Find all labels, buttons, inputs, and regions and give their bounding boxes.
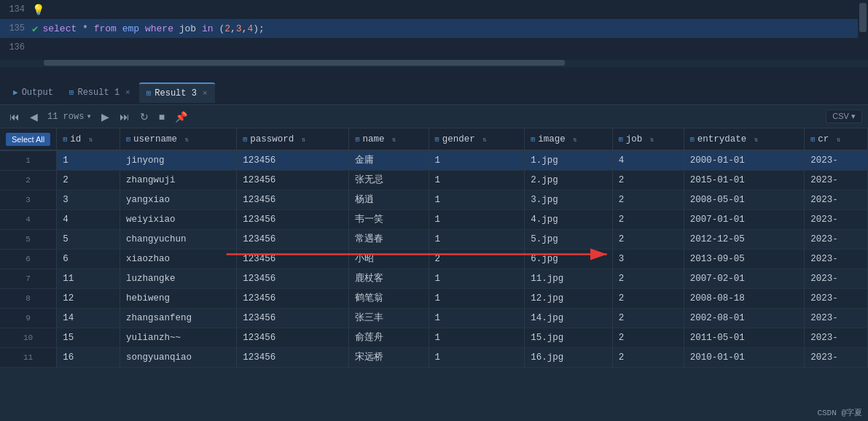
stop-button[interactable]: ■ bbox=[155, 109, 168, 124]
entrydate-cell: 2000-01-01 bbox=[684, 150, 804, 170]
col-header-image[interactable]: ⊞image ⇅ bbox=[525, 128, 612, 150]
col-gender-icon: ⊞ bbox=[435, 136, 439, 144]
table-row[interactable]: 9 14 zhangsanfeng 123456 张三丰 1 14.jpg 2 … bbox=[0, 308, 868, 328]
name-cell: 鹤笔翁 bbox=[349, 288, 429, 308]
row-num-cell: 9 bbox=[0, 308, 57, 328]
sort-job-icon: ⇅ bbox=[650, 136, 654, 144]
id-cell: 4 bbox=[57, 209, 120, 229]
tab-result1-close[interactable]: × bbox=[125, 88, 130, 97]
gender-cell: 1 bbox=[429, 170, 525, 190]
table-row[interactable]: 2 2 zhangwuji 123456 张无忌 1 2.jpg 2 2015-… bbox=[0, 170, 868, 190]
gender-cell: 1 bbox=[429, 190, 525, 209]
col-header-username[interactable]: ⊞username ⇅ bbox=[120, 128, 237, 150]
cr-cell: 2023- bbox=[805, 229, 868, 249]
name-cell: 杨逍 bbox=[349, 190, 429, 209]
prev-page-button[interactable]: ◀ bbox=[26, 109, 42, 124]
col-header-entrydate[interactable]: ⊞entrydate ⇅ bbox=[684, 128, 804, 150]
image-cell: 15.jpg bbox=[525, 328, 612, 347]
v-scroll-thumb bbox=[859, 3, 867, 32]
job-cell: 2 bbox=[612, 347, 684, 367]
refresh-button[interactable]: ↻ bbox=[136, 109, 152, 124]
image-cell: 16.jpg bbox=[525, 347, 612, 367]
vertical-scrollbar[interactable] bbox=[858, 0, 868, 58]
id-cell: 12 bbox=[57, 288, 120, 308]
sort-username-icon: ⇅ bbox=[185, 136, 189, 144]
select-all-header[interactable]: Select All bbox=[0, 128, 57, 150]
row-num-cell: 4 bbox=[0, 209, 57, 229]
job-cell: 2 bbox=[612, 170, 684, 190]
row-count-display: 11 rows ▾ bbox=[47, 111, 92, 122]
row-num-cell: 1 bbox=[0, 150, 57, 170]
username-cell: songyuanqiao bbox=[120, 347, 237, 367]
last-page-button[interactable]: ⏭ bbox=[116, 109, 133, 124]
select-all-button[interactable]: Select All bbox=[6, 133, 50, 146]
entrydate-cell: 2008-05-01 bbox=[684, 190, 804, 209]
tab-result3[interactable]: ⊞ Result 3 × bbox=[139, 82, 215, 103]
username-cell: zhangwuji bbox=[120, 170, 237, 190]
code-content-135: select * from emp where job in (2,3,4); bbox=[42, 23, 264, 34]
image-cell: 4.jpg bbox=[525, 209, 612, 229]
password-cell: 123456 bbox=[237, 308, 349, 328]
check-icon: ✔ bbox=[32, 23, 38, 35]
tab-output[interactable]: ▶ Output bbox=[6, 82, 60, 103]
id-cell: 15 bbox=[57, 328, 120, 347]
username-cell: yangxiao bbox=[120, 190, 237, 209]
sort-name-icon: ⇅ bbox=[392, 136, 396, 144]
code-line-136: 136 bbox=[0, 38, 868, 57]
password-cell: 123456 bbox=[237, 347, 349, 367]
table-row[interactable]: 10 15 yulianzh~~ 123456 俞莲舟 1 15.jpg 2 2… bbox=[0, 328, 868, 347]
col-header-cr[interactable]: ⊞cr ⇅ bbox=[805, 128, 868, 150]
output-icon: ▶ bbox=[13, 88, 18, 97]
col-id-icon: ⊞ bbox=[63, 136, 67, 144]
tabs-bar: ▶ Output ⊞ Result 1 × ⊞ Result 3 × bbox=[0, 80, 868, 105]
col-header-gender[interactable]: ⊞gender ⇅ bbox=[429, 128, 525, 150]
col-header-job[interactable]: ⊞job ⇅ bbox=[612, 128, 684, 150]
code-line-135[interactable]: 135 ✔ select * from emp where job in (2,… bbox=[0, 19, 868, 38]
table-row[interactable]: 7 11 luzhangke 123456 鹿杖客 1 11.jpg 2 200… bbox=[0, 269, 868, 288]
entrydate-cell: 2007-02-01 bbox=[684, 269, 804, 288]
sort-password-icon: ⇅ bbox=[302, 136, 305, 144]
password-cell: 123456 bbox=[237, 249, 349, 269]
line-number-135: 135 bbox=[6, 23, 32, 34]
tab-result1[interactable]: ⊞ Result 1 × bbox=[62, 82, 138, 103]
image-cell: 5.jpg bbox=[525, 229, 612, 249]
col-header-name[interactable]: ⊞name ⇅ bbox=[349, 128, 429, 150]
id-cell: 2 bbox=[57, 170, 120, 190]
job-cell: 2 bbox=[612, 269, 684, 288]
first-page-button[interactable]: ⏮ bbox=[6, 109, 23, 124]
col-header-id[interactable]: ⊞id ⇅ bbox=[57, 128, 120, 150]
id-cell: 16 bbox=[57, 347, 120, 367]
horizontal-scrollbar[interactable] bbox=[0, 60, 868, 67]
pin-button[interactable]: 📌 bbox=[171, 109, 191, 124]
image-cell: 12.jpg bbox=[525, 288, 612, 308]
cr-cell: 2023- bbox=[805, 269, 868, 288]
next-page-button[interactable]: ▶ bbox=[98, 109, 113, 124]
entrydate-cell: 2015-01-01 bbox=[684, 170, 804, 190]
col-name-icon: ⊞ bbox=[355, 136, 359, 144]
image-cell: 6.jpg bbox=[525, 249, 612, 269]
sort-entrydate-icon: ⇅ bbox=[754, 136, 758, 144]
table-body: 1 1 jinyong 123456 金庸 1 1.jpg 4 2000-01-… bbox=[0, 150, 868, 367]
image-cell: 14.jpg bbox=[525, 308, 612, 328]
table-row[interactable]: 11 16 songyuanqiao 123456 宋远桥 1 16.jpg 2… bbox=[0, 347, 868, 367]
table-row[interactable]: 6 6 xiaozhao 123456 小昭 2 6.jpg 3 2013-09… bbox=[0, 249, 868, 269]
name-cell: 宋远桥 bbox=[349, 347, 429, 367]
col-header-password[interactable]: ⊞password ⇅ bbox=[237, 128, 349, 150]
job-cell: 2 bbox=[612, 288, 684, 308]
csdn-watermark: CSDN @字夏 bbox=[817, 407, 862, 418]
image-cell: 11.jpg bbox=[525, 269, 612, 288]
table-row[interactable]: 4 4 weiyixiao 123456 韦一笑 1 4.jpg 2 2007-… bbox=[0, 209, 868, 229]
toolbar: ⏮ ◀ 11 rows ▾ ▶ ⏭ ↻ ■ 📌 CSV ▾ bbox=[0, 105, 868, 128]
col-job-icon: ⊞ bbox=[619, 136, 623, 144]
gender-cell: 1 bbox=[429, 269, 525, 288]
csv-export-button[interactable]: CSV ▾ bbox=[826, 109, 862, 123]
table-row[interactable]: 1 1 jinyong 123456 金庸 1 1.jpg 4 2000-01-… bbox=[0, 150, 868, 170]
table-row[interactable]: 5 5 changyuchun 123456 常遇春 1 5.jpg 2 201… bbox=[0, 229, 868, 249]
tab-output-label: Output bbox=[22, 88, 53, 98]
tab-result3-close[interactable]: × bbox=[203, 89, 208, 98]
cr-cell: 2023- bbox=[805, 190, 868, 209]
row-count-arrow: ▾ bbox=[86, 111, 91, 122]
table-row[interactable]: 8 12 hebiweng 123456 鹤笔翁 1 12.jpg 2 2008… bbox=[0, 288, 868, 308]
table-row[interactable]: 3 3 yangxiao 123456 杨逍 1 3.jpg 2 2008-05… bbox=[0, 190, 868, 209]
line-number-136: 136 bbox=[6, 42, 32, 53]
